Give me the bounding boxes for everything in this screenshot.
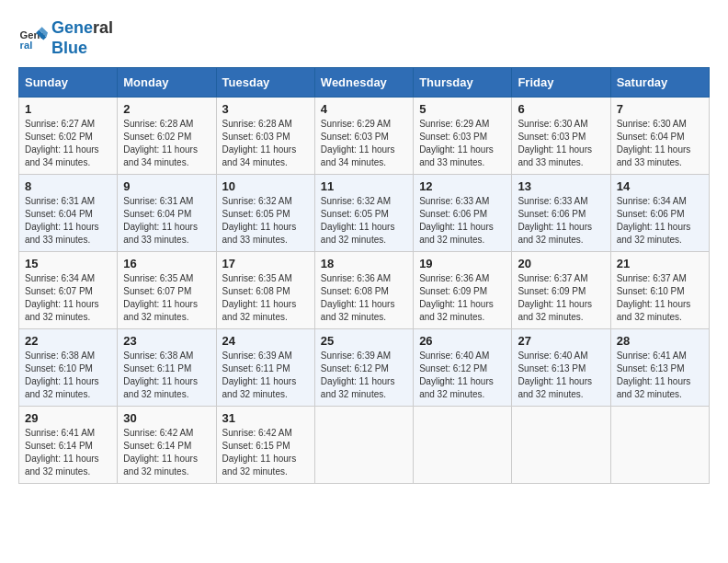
day-info: Sunrise: 6:32 AM Sunset: 6:05 PM Dayligh… [222, 195, 309, 247]
day-info: Sunrise: 6:37 AM Sunset: 6:09 PM Dayligh… [518, 272, 604, 324]
day-number: 27 [518, 334, 604, 348]
day-cell: 15Sunrise: 6:34 AM Sunset: 6:07 PM Dayli… [19, 252, 118, 329]
day-number: 11 [321, 179, 407, 193]
day-number: 1 [25, 102, 111, 116]
day-info: Sunrise: 6:31 AM Sunset: 6:04 PM Dayligh… [25, 195, 111, 247]
day-cell: 8Sunrise: 6:31 AM Sunset: 6:04 PM Daylig… [19, 175, 118, 252]
day-info: Sunrise: 6:28 AM Sunset: 6:03 PM Dayligh… [222, 118, 309, 169]
day-info: Sunrise: 6:39 AM Sunset: 6:11 PM Dayligh… [222, 350, 309, 401]
day-cell [314, 407, 413, 484]
calendar-header: SundayMondayTuesdayWednesdayThursdayFrid… [19, 68, 710, 98]
day-number: 7 [617, 102, 703, 116]
day-info: Sunrise: 6:30 AM Sunset: 6:04 PM Dayligh… [617, 118, 703, 169]
day-cell: 4Sunrise: 6:29 AM Sunset: 6:03 PM Daylig… [314, 98, 413, 175]
day-info: Sunrise: 6:35 AM Sunset: 6:07 PM Dayligh… [123, 272, 210, 324]
day-info: Sunrise: 6:42 AM Sunset: 6:14 PM Dayligh… [123, 427, 210, 478]
day-cell: 23Sunrise: 6:38 AM Sunset: 6:11 PM Dayli… [118, 329, 216, 407]
day-cell: 12Sunrise: 6:33 AM Sunset: 6:06 PM Dayli… [414, 175, 512, 252]
day-number: 6 [518, 102, 604, 116]
day-info: Sunrise: 6:41 AM Sunset: 6:13 PM Dayligh… [617, 350, 703, 401]
calendar-body: 1Sunrise: 6:27 AM Sunset: 6:02 PM Daylig… [19, 98, 710, 484]
day-cell: 5Sunrise: 6:29 AM Sunset: 6:03 PM Daylig… [414, 98, 512, 175]
day-number: 3 [222, 102, 309, 116]
header-cell-wednesday: Wednesday [314, 68, 413, 98]
header-row: SundayMondayTuesdayWednesdayThursdayFrid… [19, 68, 710, 98]
day-number: 17 [222, 257, 309, 270]
day-cell [512, 407, 610, 484]
day-cell: 30Sunrise: 6:42 AM Sunset: 6:14 PM Dayli… [118, 407, 216, 484]
day-cell: 25Sunrise: 6:39 AM Sunset: 6:12 PM Dayli… [314, 329, 413, 407]
page-header: Gene ral General Blue [18, 18, 710, 58]
day-cell: 31Sunrise: 6:42 AM Sunset: 6:15 PM Dayli… [216, 407, 314, 484]
day-number: 14 [617, 179, 703, 193]
day-cell: 2Sunrise: 6:28 AM Sunset: 6:02 PM Daylig… [118, 98, 216, 175]
day-info: Sunrise: 6:29 AM Sunset: 6:03 PM Dayligh… [321, 118, 407, 169]
day-number: 29 [25, 411, 111, 425]
day-cell: 21Sunrise: 6:37 AM Sunset: 6:10 PM Dayli… [610, 252, 709, 329]
day-cell: 10Sunrise: 6:32 AM Sunset: 6:05 PM Dayli… [216, 175, 314, 252]
day-info: Sunrise: 6:40 AM Sunset: 6:13 PM Dayligh… [518, 350, 604, 401]
day-cell [414, 407, 512, 484]
day-number: 30 [123, 411, 210, 425]
day-info: Sunrise: 6:41 AM Sunset: 6:14 PM Dayligh… [25, 427, 111, 478]
day-cell: 11Sunrise: 6:32 AM Sunset: 6:05 PM Dayli… [314, 175, 413, 252]
day-cell: 17Sunrise: 6:35 AM Sunset: 6:08 PM Dayli… [216, 252, 314, 329]
day-number: 20 [518, 257, 604, 270]
day-info: Sunrise: 6:40 AM Sunset: 6:12 PM Dayligh… [419, 350, 506, 401]
day-number: 28 [617, 334, 703, 348]
day-cell: 3Sunrise: 6:28 AM Sunset: 6:03 PM Daylig… [216, 98, 314, 175]
day-info: Sunrise: 6:38 AM Sunset: 6:10 PM Dayligh… [25, 350, 111, 401]
day-number: 4 [321, 102, 407, 116]
day-info: Sunrise: 6:36 AM Sunset: 6:08 PM Dayligh… [321, 272, 407, 324]
day-number: 23 [123, 334, 210, 348]
day-number: 22 [25, 334, 111, 348]
day-number: 25 [321, 334, 407, 348]
day-number: 8 [25, 179, 111, 193]
header-cell-tuesday: Tuesday [216, 68, 314, 98]
day-cell: 26Sunrise: 6:40 AM Sunset: 6:12 PM Dayli… [414, 329, 512, 407]
day-cell: 9Sunrise: 6:31 AM Sunset: 6:04 PM Daylig… [118, 175, 216, 252]
day-info: Sunrise: 6:37 AM Sunset: 6:10 PM Dayligh… [617, 272, 703, 324]
day-number: 16 [123, 257, 210, 270]
day-number: 24 [222, 334, 309, 348]
day-cell: 28Sunrise: 6:41 AM Sunset: 6:13 PM Dayli… [610, 329, 709, 407]
day-info: Sunrise: 6:32 AM Sunset: 6:05 PM Dayligh… [321, 195, 407, 247]
day-cell: 16Sunrise: 6:35 AM Sunset: 6:07 PM Dayli… [118, 252, 216, 329]
day-number: 26 [419, 334, 506, 348]
day-cell: 14Sunrise: 6:34 AM Sunset: 6:06 PM Dayli… [610, 175, 709, 252]
day-number: 9 [123, 179, 210, 193]
day-number: 13 [518, 179, 604, 193]
svg-text:ral: ral [20, 40, 33, 51]
day-info: Sunrise: 6:42 AM Sunset: 6:15 PM Dayligh… [222, 427, 309, 478]
day-cell: 18Sunrise: 6:36 AM Sunset: 6:08 PM Dayli… [314, 252, 413, 329]
day-info: Sunrise: 6:27 AM Sunset: 6:02 PM Dayligh… [25, 118, 111, 169]
logo-icon: Gene ral [18, 24, 48, 53]
day-number: 19 [419, 257, 506, 270]
week-row-3: 15Sunrise: 6:34 AM Sunset: 6:07 PM Dayli… [19, 252, 710, 329]
day-cell: 27Sunrise: 6:40 AM Sunset: 6:13 PM Dayli… [512, 329, 610, 407]
day-cell: 19Sunrise: 6:36 AM Sunset: 6:09 PM Dayli… [414, 252, 512, 329]
day-cell: 6Sunrise: 6:30 AM Sunset: 6:03 PM Daylig… [512, 98, 610, 175]
day-cell: 1Sunrise: 6:27 AM Sunset: 6:02 PM Daylig… [19, 98, 118, 175]
day-info: Sunrise: 6:39 AM Sunset: 6:12 PM Dayligh… [321, 350, 407, 401]
day-info: Sunrise: 6:33 AM Sunset: 6:06 PM Dayligh… [518, 195, 604, 247]
header-cell-sunday: Sunday [19, 68, 118, 98]
day-cell [610, 407, 709, 484]
logo-text: General [51, 18, 113, 39]
calendar-table: SundayMondayTuesdayWednesdayThursdayFrid… [18, 67, 710, 484]
day-number: 21 [617, 257, 703, 270]
day-number: 5 [419, 102, 506, 116]
day-number: 31 [222, 411, 309, 425]
day-info: Sunrise: 6:34 AM Sunset: 6:06 PM Dayligh… [617, 195, 703, 247]
header-cell-saturday: Saturday [610, 68, 709, 98]
day-info: Sunrise: 6:35 AM Sunset: 6:08 PM Dayligh… [222, 272, 309, 324]
day-info: Sunrise: 6:33 AM Sunset: 6:06 PM Dayligh… [419, 195, 506, 247]
day-cell: 20Sunrise: 6:37 AM Sunset: 6:09 PM Dayli… [512, 252, 610, 329]
day-number: 12 [419, 179, 506, 193]
day-cell: 22Sunrise: 6:38 AM Sunset: 6:10 PM Dayli… [19, 329, 118, 407]
day-number: 18 [321, 257, 407, 270]
header-cell-thursday: Thursday [414, 68, 512, 98]
day-info: Sunrise: 6:30 AM Sunset: 6:03 PM Dayligh… [518, 118, 604, 169]
week-row-5: 29Sunrise: 6:41 AM Sunset: 6:14 PM Dayli… [19, 407, 710, 484]
day-info: Sunrise: 6:31 AM Sunset: 6:04 PM Dayligh… [123, 195, 210, 247]
